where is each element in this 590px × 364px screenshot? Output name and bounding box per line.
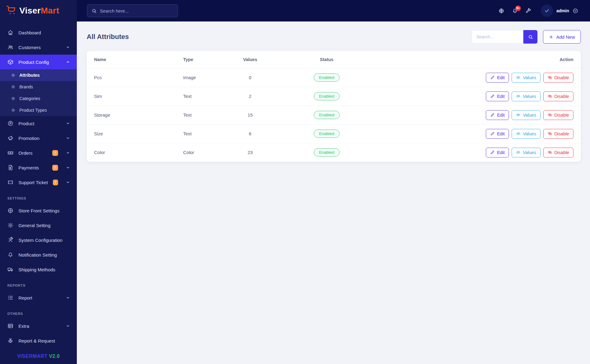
circle-dot-icon [11,96,15,101]
eye-icon [516,75,521,80]
section-reports: REPORTS [0,277,77,290]
truck-icon [7,266,14,273]
cell-values: 6 [222,124,278,143]
values-button[interactable]: Values [512,110,540,120]
eye-off-icon [548,94,552,99]
pencil-icon [490,113,495,117]
support-alert-badge: ! [53,180,58,185]
sidebar-item-support-ticket[interactable]: Support Ticket ! [0,175,77,190]
circle-dot-icon [11,73,15,77]
status-badge: Enabled [314,130,340,138]
values-button[interactable]: Values [512,148,540,157]
global-search[interactable] [87,4,178,17]
chevron-down-icon [66,165,70,170]
cell-name: Pcs [87,68,176,87]
values-button[interactable]: Values [512,73,540,83]
col-type: Type [176,51,222,68]
eye-off-icon [548,150,552,155]
sidebar-item-orders[interactable]: Orders ! [0,145,77,160]
cell-name: Color [87,143,176,162]
values-button[interactable]: Values [512,91,540,101]
section-settings: SETTINGS [0,190,77,203]
sidebar-subitem-attributes[interactable]: Attributes [0,69,77,81]
sidebar-item-promotion[interactable]: Promotion [0,131,77,145]
disable-button[interactable]: Disable [543,148,573,157]
cell-name: Sim [87,87,176,106]
col-values: Values [222,51,278,68]
page-title: All Attributes [87,33,129,41]
header-actions: 9+ admin [498,5,578,17]
sidebar-subitem-categories[interactable]: Categories [0,93,77,104]
sidebar-item-notification-setting[interactable]: Notification Setting [0,247,77,262]
col-status: Status [278,51,375,68]
sidebar-item-report[interactable]: Report [0,290,77,305]
brand-logo[interactable]: ViserMart [0,0,77,21]
product-icon [7,120,14,126]
app-window: ViserMart Dashboard Customers Product Co… [0,0,590,364]
product-config-icon [7,59,14,65]
orders-alert-badge: ! [52,150,58,156]
status-badge: Enabled [314,92,340,100]
cell-values: 0 [222,68,278,87]
cell-name: Size [87,124,176,143]
product-config-submenu: Attributes Brands Categories Product Typ… [0,69,77,116]
sidebar-item-product[interactable]: Product [0,116,77,131]
disable-button[interactable]: Disable [543,73,573,83]
chevron-down-icon [66,296,70,300]
sidebar-subitem-brands[interactable]: Brands [0,81,77,93]
circle-dot-icon [11,85,15,89]
globe-icon[interactable] [498,8,504,14]
cell-name: Storage [87,106,176,124]
attributes-card: Name Type Values Status Action Pcs Image… [87,51,581,162]
global-search-input[interactable] [100,8,173,14]
edit-button[interactable]: Edit [486,73,509,83]
user-menu[interactable]: admin [541,5,578,17]
sidebar-item-shipping-methods[interactable]: Shipping Methods [0,262,77,277]
home-icon [7,29,14,36]
edit-button[interactable]: Edit [486,110,509,120]
pencil-icon [490,131,495,136]
sidebar-item-store-front-settings[interactable]: Store Front Settings [0,203,77,218]
username-label: admin [557,8,569,13]
notification-count-badge: 9+ [515,6,521,11]
sidebar-item-customers[interactable]: Customers [0,40,77,55]
sidebar-item-dashboard[interactable]: Dashboard [0,25,77,40]
sidebar-item-extra[interactable]: Extra [0,319,77,333]
sidebar-subitem-product-types[interactable]: Product Types [0,104,77,116]
add-new-button[interactable]: Add New [543,30,581,44]
eye-icon [516,131,521,136]
eye-off-icon [548,131,552,136]
sidebar-item-report-request[interactable]: Report & Request [0,333,77,348]
values-button[interactable]: Values [512,129,540,139]
chevron-down-icon [66,180,70,184]
status-badge: Enabled [314,148,340,157]
chevron-down-icon [66,151,70,155]
disable-button[interactable]: Disable [543,110,573,120]
sidebar-item-payments[interactable]: Payments ! [0,160,77,175]
notifications-button[interactable]: 9+ [512,8,518,14]
sidebar-item-general-setting[interactable]: General Setting [0,218,77,233]
cash-icon [7,150,14,156]
plus-icon [549,35,553,39]
chevron-down-icon [66,121,70,126]
sidebar: ViserMart Dashboard Customers Product Co… [0,0,77,364]
table-search-input[interactable] [472,30,523,44]
chevron-down-icon [66,136,70,140]
eye-off-icon [548,113,552,117]
cell-values: 2 [222,87,278,106]
edit-button[interactable]: Edit [486,91,509,101]
table-row: Color Color 23 Enabled Edit Values Disab… [87,143,581,162]
table-search-button[interactable] [523,30,537,44]
eye-icon [516,113,521,117]
edit-button[interactable]: Edit [486,148,509,157]
wrench-icon[interactable] [525,8,531,14]
table-icon [7,323,14,329]
sidebar-item-system-configuration[interactable]: System Configuration [0,233,77,247]
disable-button[interactable]: Disable [543,91,573,101]
disable-button[interactable]: Disable [543,129,573,139]
cart-icon [6,4,17,17]
section-others: OTHERS [0,305,77,319]
edit-button[interactable]: Edit [486,129,509,139]
sidebar-item-product-config[interactable]: Product Config [0,55,77,69]
table-row: Sim Text 2 Enabled Edit Values Disable [87,87,581,106]
